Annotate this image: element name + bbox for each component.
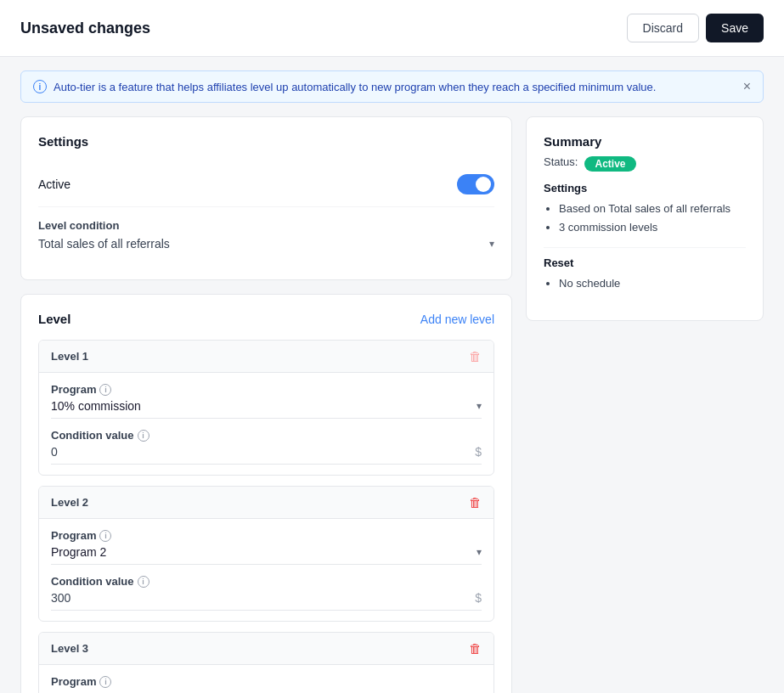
main-content: Settings Active Level condition Total sa… xyxy=(0,116,784,693)
summary-title: Summary xyxy=(544,134,746,149)
summary-settings-list: Based on Total sales of all referrals 3 … xyxy=(544,200,746,237)
delete-icon-disabled-1: 🗑 xyxy=(469,349,482,363)
chevron-down-icon-p1: ▾ xyxy=(477,400,482,412)
delete-icon-3[interactable]: 🗑 xyxy=(469,641,482,656)
level-1-header: Level 1 🗑 xyxy=(39,341,494,373)
program-info-icon-2: i xyxy=(99,530,111,542)
level-3-name: Level 3 xyxy=(51,642,88,655)
level-1-body: Program i 10% commission ▾ Condition val… xyxy=(39,373,494,475)
level-block-2: Level 2 🗑 Program i Program 2 ▾ xyxy=(38,486,494,622)
level-1-program-dropdown[interactable]: 10% commission ▾ xyxy=(51,399,482,419)
active-toggle-row: Active xyxy=(38,162,494,207)
level-1-condition-value: 0 xyxy=(51,445,58,459)
level-condition-value: Total sales of all referrals xyxy=(38,237,170,251)
page-title: Unsaved changes xyxy=(20,20,150,37)
status-row: Status: Active xyxy=(544,155,746,172)
level-block-1: Level 1 🗑 Program i 10% commission ▾ xyxy=(38,340,494,476)
level-condition-row: Level condition Total sales of all refer… xyxy=(38,207,494,262)
status-label: Status: xyxy=(544,155,578,168)
delete-icon-2[interactable]: 🗑 xyxy=(469,495,482,510)
level-2-name: Level 2 xyxy=(51,496,88,509)
level-2-program-dropdown[interactable]: Program 2 ▾ xyxy=(51,545,482,565)
level-block-3: Level 3 🗑 Program i Program 3 ▾ xyxy=(38,632,494,693)
level-2-header: Level 2 🗑 xyxy=(39,487,494,519)
level-1-program-label: Program i xyxy=(51,383,482,396)
summary-divider xyxy=(544,247,746,248)
summary-settings-section: Settings Based on Total sales of all ref… xyxy=(544,182,746,237)
level-2-body: Program i Program 2 ▾ Condition value i xyxy=(39,519,494,621)
banner-text: Auto-tier is a feature that helps affili… xyxy=(54,81,656,93)
level-3-header: Level 3 🗑 xyxy=(39,633,494,665)
level-3-body: Program i Program 3 ▾ Condition value i xyxy=(39,665,494,693)
close-icon[interactable]: × xyxy=(743,80,751,93)
level-3-program-label: Program i xyxy=(51,675,482,688)
level-1-condition-label: Condition value i xyxy=(51,429,482,442)
level-2-condition-value: 300 xyxy=(51,591,71,605)
settings-card: Settings Active Level condition Total sa… xyxy=(20,116,512,280)
active-label: Active xyxy=(38,177,71,191)
level-1-condition-value-row: 0 $ xyxy=(51,445,482,465)
level-2-program-value: Program 2 xyxy=(51,545,106,559)
summary-reset-list: No schedule xyxy=(544,274,746,293)
level-1-program-field: Program i 10% commission ▾ xyxy=(51,383,482,419)
program-info-icon-1: i xyxy=(99,384,111,396)
levels-title: Level xyxy=(38,312,71,326)
condition-info-icon-2: i xyxy=(138,576,149,588)
level-1-condition-field: Condition value i 0 $ xyxy=(51,429,482,465)
level-2-suffix: $ xyxy=(475,591,482,605)
info-icon: i xyxy=(33,80,47,93)
level-1-name: Level 1 xyxy=(51,350,88,363)
levels-header: Level Add new level xyxy=(38,312,494,326)
level-condition-select[interactable]: Total sales of all referrals ▾ xyxy=(38,237,494,251)
summary-card: Summary Status: Active Settings Based on… xyxy=(526,116,764,321)
summary-reset-section: Reset No schedule xyxy=(544,256,746,293)
info-banner: i Auto-tier is a feature that helps affi… xyxy=(20,70,764,103)
settings-title: Settings xyxy=(38,134,494,149)
banner-left: i Auto-tier is a feature that helps affi… xyxy=(33,80,656,93)
toggle-slider xyxy=(457,174,494,194)
level-1-suffix: $ xyxy=(475,445,482,459)
summary-reset-title: Reset xyxy=(544,256,746,269)
level-2-program-label: Program i xyxy=(51,529,482,542)
right-panel: Summary Status: Active Settings Based on… xyxy=(526,116,764,693)
level-condition-label: Level condition xyxy=(38,219,494,232)
level-2-condition-field: Condition value i 300 $ xyxy=(51,575,482,611)
level-3-program-field: Program i Program 3 ▾ xyxy=(51,675,482,693)
program-info-icon-3: i xyxy=(99,676,111,688)
chevron-down-icon: ▾ xyxy=(489,238,494,250)
page-header: Unsaved changes Discard Save xyxy=(0,0,784,57)
level-1-program-value: 10% commission xyxy=(51,399,141,413)
discard-button[interactable]: Discard xyxy=(627,14,699,42)
chevron-down-icon-p2: ▾ xyxy=(477,546,482,558)
summary-settings-item-2: 3 commission levels xyxy=(559,218,746,237)
status-badge: Active xyxy=(584,156,635,172)
level-2-condition-label: Condition value i xyxy=(51,575,482,588)
summary-settings-title: Settings xyxy=(544,182,746,194)
header-actions: Discard Save xyxy=(627,14,764,42)
active-toggle[interactable] xyxy=(457,174,494,194)
save-button[interactable]: Save xyxy=(706,14,764,42)
left-panel: Settings Active Level condition Total sa… xyxy=(20,116,512,693)
condition-info-icon-1: i xyxy=(138,430,149,442)
summary-settings-item-1: Based on Total sales of all referrals xyxy=(559,200,746,218)
levels-card: Level Add new level Level 1 🗑 Program i xyxy=(20,294,512,693)
summary-reset-item-1: No schedule xyxy=(559,274,746,293)
level-2-condition-value-row: 300 $ xyxy=(51,591,482,611)
level-2-program-field: Program i Program 2 ▾ xyxy=(51,529,482,565)
add-level-link[interactable]: Add new level xyxy=(420,313,494,326)
